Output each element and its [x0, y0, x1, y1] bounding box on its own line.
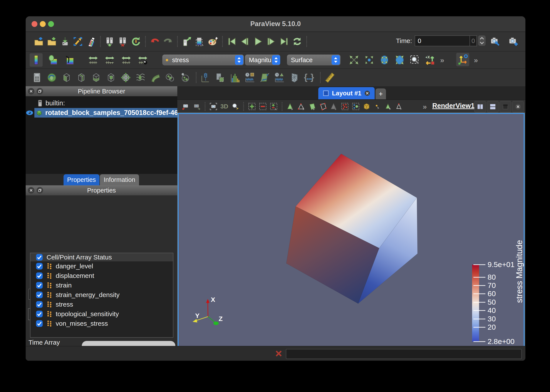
toolbar-overflow-icon[interactable]: » — [440, 56, 443, 64]
vcr-next-frame-icon[interactable] — [265, 35, 278, 48]
time-field[interactable]: 0 — [415, 35, 470, 46]
pipeline-item-builtin[interactable]: builtin: — [38, 99, 65, 108]
camera-adjust-icon[interactable] — [489, 35, 502, 48]
contour-icon[interactable] — [45, 71, 58, 84]
float-panel-icon[interactable] — [36, 187, 43, 194]
zoom-annotate-icon[interactable] — [230, 101, 241, 112]
select-points-through-icon[interactable] — [318, 101, 328, 112]
zoom-to-data-icon[interactable] — [363, 53, 376, 67]
camera-redo-icon[interactable] — [191, 101, 202, 112]
color-palette-icon[interactable] — [206, 35, 219, 48]
array-row[interactable]: danger_level — [30, 261, 173, 271]
array-status-header-row[interactable]: Cell/Point Array Status — [30, 253, 173, 261]
select-points-polygon-icon[interactable] — [350, 101, 361, 112]
open-file-icon[interactable] — [32, 35, 45, 48]
save-data-icon[interactable] — [45, 35, 58, 48]
probe-location-icon[interactable] — [199, 71, 212, 84]
hover-cells-icon[interactable] — [383, 101, 394, 112]
extract-selection-icon[interactable] — [214, 71, 227, 84]
title-bar[interactable]: ParaView 5.10.0 — [26, 16, 525, 32]
toggle-selection-icon[interactable] — [268, 101, 279, 112]
reset-camera-closest-icon[interactable] — [378, 53, 391, 67]
close-tab-icon[interactable] — [364, 90, 370, 96]
select-block-icon[interactable] — [328, 101, 339, 112]
interactive-select-points-icon[interactable] — [372, 101, 383, 112]
rescale-to-custom-range-icon[interactable]: C — [103, 53, 116, 67]
tab-properties[interactable]: Properties — [64, 174, 99, 185]
threshold-icon[interactable] — [90, 71, 103, 84]
float-panel-icon[interactable] — [36, 88, 43, 95]
array-row[interactable]: topological_sensitivity — [30, 309, 173, 319]
array-row[interactable]: strain — [30, 280, 173, 290]
color-array-combo[interactable]: stress — [162, 55, 244, 65]
vcr-play-icon[interactable] — [252, 35, 265, 48]
pipeline-tree[interactable]: builtin: rotated_block_samples_705018cc-… — [26, 96, 177, 174]
vcr-loop-icon[interactable] — [291, 35, 304, 48]
rescale-to-visible-range-icon[interactable] — [136, 53, 149, 67]
abort-icon[interactable] — [275, 350, 282, 357]
vcr-last-frame-icon[interactable] — [278, 35, 291, 48]
checkbox-checked-icon[interactable] — [36, 310, 43, 318]
save-screenshot-icon[interactable] — [58, 35, 71, 48]
component-combo[interactable]: Magnitu — [245, 55, 280, 65]
slice-icon[interactable] — [75, 71, 88, 84]
vcr-previous-frame-icon[interactable] — [239, 35, 252, 48]
close-panel-icon[interactable] — [28, 88, 34, 95]
time-step-field[interactable]: 0 — [470, 35, 477, 46]
set-view-direction-icon[interactable]: +X — [424, 53, 437, 67]
set-solid-color-icon[interactable] — [47, 53, 60, 67]
clip-icon[interactable] — [60, 71, 73, 84]
select-cells-through-icon[interactable] — [307, 101, 318, 112]
zoom-to-box-icon[interactable] — [408, 53, 421, 67]
group-datasets-icon[interactable] — [164, 71, 177, 84]
render-viewport[interactable]: X Y Z 9.5e+01 80 70 60 50 40 30 20 2.8e+… — [178, 113, 525, 347]
tab-information[interactable]: Information — [100, 174, 139, 185]
subtract-selection-icon[interactable] — [257, 101, 268, 112]
connect-server-icon[interactable] — [103, 35, 116, 48]
close-view-button[interactable] — [512, 101, 524, 112]
checkbox-checked-icon[interactable] — [36, 262, 43, 270]
histogram-icon[interactable] — [229, 71, 242, 84]
undo-icon[interactable] — [148, 35, 161, 48]
toggle-color-legend-icon[interactable] — [29, 53, 43, 67]
maximize-view-button[interactable] — [499, 101, 511, 112]
representation-combo[interactable]: Surface — [287, 55, 340, 65]
extract-block-icon[interactable] — [288, 71, 301, 84]
interactive-select-cells-icon[interactable] — [361, 101, 372, 112]
array-row[interactable]: displacement — [30, 271, 173, 280]
vcr-first-frame-icon[interactable] — [225, 35, 239, 48]
disconnect-server-icon[interactable] — [116, 35, 130, 48]
close-panel-icon[interactable] — [28, 187, 34, 194]
orientation-axes-icon[interactable] — [456, 53, 469, 66]
array-row[interactable]: stress — [30, 300, 173, 309]
programmable-filter-icon[interactable]: {} — [303, 71, 316, 84]
checkbox-checked-icon[interactable] — [36, 272, 43, 280]
add-selection-icon[interactable] — [246, 101, 257, 112]
add-layout-tab[interactable]: + — [376, 88, 386, 99]
rescale-to-data-range-icon[interactable] — [87, 53, 100, 67]
warp-by-vector-icon[interactable] — [149, 71, 162, 84]
layout-tab[interactable]: Layout #1 — [318, 87, 375, 99]
toolbar-overflow-icon[interactable]: » — [423, 102, 426, 111]
split-vertical-button[interactable] — [487, 101, 499, 112]
pipeline-item-source[interactable]: rotated_block_samples_705018cc-f9ef-4630… — [34, 108, 177, 118]
render-view-name[interactable]: RenderView1 — [432, 102, 475, 110]
zoom-closest-to-data-icon[interactable] — [393, 53, 406, 67]
checkbox-checked-icon[interactable] — [36, 320, 43, 327]
reset-session-icon[interactable] — [130, 35, 143, 48]
stream-tracer-icon[interactable] — [134, 71, 147, 84]
ruler-icon[interactable] — [323, 71, 336, 84]
checkbox-checked-icon[interactable] — [36, 301, 43, 308]
hover-points-icon[interactable] — [394, 101, 405, 112]
array-row[interactable]: von_mises_stress — [30, 319, 173, 328]
edit-color-map-icon[interactable] — [63, 53, 76, 67]
export-scene-icon[interactable] — [71, 35, 84, 48]
camera-add-icon[interactable] — [507, 35, 520, 48]
array-row[interactable]: strain_energy_density — [30, 290, 173, 300]
toggle-3d-button[interactable]: 3D — [219, 101, 230, 112]
plot-selection-over-time-icon[interactable] — [273, 71, 286, 84]
select-cells-on-surface-icon[interactable] — [285, 101, 296, 112]
capture-screenshot-icon[interactable] — [208, 101, 219, 112]
time-stepper[interactable] — [478, 35, 486, 46]
checkbox-checked-icon[interactable] — [36, 282, 43, 289]
